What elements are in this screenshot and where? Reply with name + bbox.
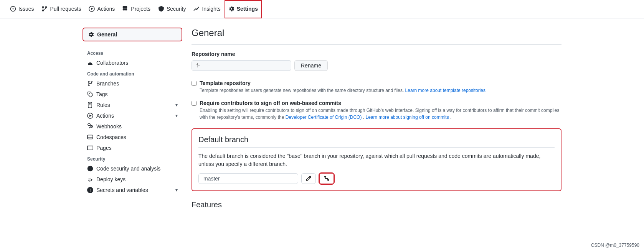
- nav-actions[interactable]: Actions: [85, 0, 119, 18]
- sign-off-label[interactable]: Require contributors to sign off on web-…: [200, 100, 341, 106]
- nav-settings[interactable]: Settings: [225, 0, 262, 18]
- repo-name-input[interactable]: [192, 60, 291, 71]
- features-section: Features: [192, 200, 561, 209]
- svg-rect-14: [88, 135, 93, 139]
- repo-name-section: Repository name Rename: [192, 51, 561, 71]
- repo-name-label: Repository name: [192, 51, 561, 57]
- svg-point-3: [43, 10, 44, 11]
- sidebar-item-deploy-keys[interactable]: Deploy keys: [83, 174, 182, 185]
- nav-security[interactable]: Security: [154, 0, 190, 18]
- sidebar-item-general[interactable]: General: [83, 28, 182, 41]
- template-repo-section: Template repository Template repositorie…: [192, 80, 561, 94]
- sidebar-item-secrets[interactable]: Secrets and variables ▾: [83, 185, 182, 195]
- svg-rect-9: [125, 6, 127, 8]
- default-branch-desc: The default branch is considered the "ba…: [198, 152, 555, 168]
- template-repo-checkbox-item: Template repository Template repositorie…: [192, 80, 561, 94]
- nav-projects[interactable]: Projects: [119, 0, 154, 18]
- branch-input-row: [198, 173, 555, 184]
- sidebar-item-actions[interactable]: Actions ▾: [83, 110, 182, 121]
- sidebar-item-code-security[interactable]: Code security and analysis: [83, 163, 182, 174]
- switch-branch-button[interactable]: [319, 173, 334, 184]
- actions-chevron: ▾: [175, 113, 178, 118]
- sidebar-item-webhooks[interactable]: Webhooks: [83, 121, 182, 132]
- sidebar-general-label: General: [97, 31, 117, 38]
- secrets-chevron: ▾: [175, 187, 178, 193]
- svg-point-2: [43, 7, 44, 8]
- sidebar-item-tags[interactable]: Tags: [83, 89, 182, 100]
- sidebar-section-access: Access: [83, 48, 182, 57]
- sign-off-link[interactable]: Learn more about signing off on commits: [365, 115, 449, 120]
- sidebar-item-pages[interactable]: Pages: [83, 143, 182, 153]
- default-branch-section: Default branch The default branch is con…: [192, 128, 561, 191]
- sidebar-item-rules[interactable]: Rules ▾: [83, 100, 182, 110]
- top-navigation: Issues Pull requests Actions Projects Se…: [0, 0, 644, 18]
- svg-point-17: [89, 168, 91, 170]
- nav-issues[interactable]: Issues: [6, 0, 38, 18]
- template-repo-checkbox[interactable]: [192, 81, 197, 86]
- sign-off-checkbox[interactable]: [192, 101, 197, 106]
- sign-off-checkbox-item: Require contributors to sign off on web-…: [192, 100, 561, 121]
- sidebar: General Access Collaborators Code and au…: [83, 28, 182, 218]
- template-repo-link[interactable]: Learn more about template repositories: [405, 88, 485, 93]
- page-title: General: [192, 28, 561, 45]
- template-repo-label[interactable]: Template repository: [200, 80, 251, 86]
- sidebar-item-branches[interactable]: Branches: [83, 78, 182, 89]
- svg-rect-10: [123, 8, 125, 10]
- rules-chevron: ▾: [175, 102, 178, 108]
- svg-rect-8: [123, 6, 125, 8]
- features-title: Features: [192, 200, 561, 209]
- sidebar-section-security: Security: [83, 153, 182, 163]
- default-branch-title: Default branch: [198, 135, 555, 148]
- svg-marker-7: [91, 8, 93, 10]
- template-repo-desc: Template repositories let users generate…: [200, 87, 485, 94]
- sidebar-section-code: Code and automation: [83, 68, 182, 78]
- nav-insights[interactable]: Insights: [190, 0, 224, 18]
- rename-button[interactable]: Rename: [294, 60, 328, 71]
- dco-link[interactable]: Developer Certificate of Origin (DCO): [286, 115, 362, 120]
- svg-rect-15: [88, 138, 93, 138]
- svg-point-1: [13, 8, 14, 9]
- nav-pull-requests[interactable]: Pull requests: [38, 0, 85, 18]
- sidebar-item-collaborators[interactable]: Collaborators: [83, 57, 182, 68]
- page-layout: General Access Collaborators Code and au…: [76, 18, 568, 228]
- repo-name-input-row: Rename: [192, 60, 561, 71]
- svg-marker-13: [89, 115, 92, 117]
- svg-rect-11: [125, 8, 127, 10]
- sign-off-section: Require contributors to sign off on web-…: [192, 100, 561, 121]
- sign-off-desc: Enabling this setting will require contr…: [200, 107, 561, 121]
- svg-point-4: [46, 7, 47, 8]
- branch-input[interactable]: [198, 173, 298, 184]
- edit-branch-button[interactable]: [301, 173, 316, 184]
- sidebar-item-codespaces[interactable]: Codespaces: [83, 132, 182, 143]
- main-content: General Repository name Rename Template …: [192, 28, 561, 218]
